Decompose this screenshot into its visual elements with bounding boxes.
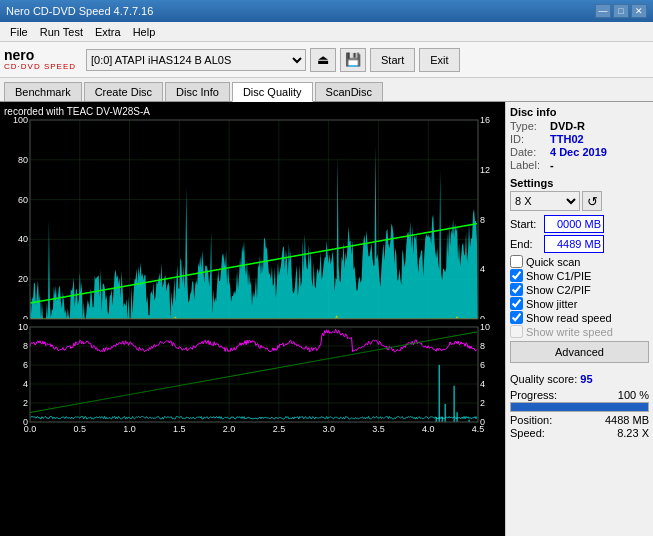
position-label: Position: — [510, 414, 552, 426]
show-read-speed-checkbox[interactable] — [510, 311, 523, 324]
speed-select[interactable]: 8 X Max 4 X — [510, 191, 580, 211]
disc-info-title: Disc info — [510, 106, 649, 118]
quality-score: 95 — [580, 373, 592, 385]
show-c1pie-checkbox[interactable] — [510, 269, 523, 282]
speed-val: 8.23 X — [617, 427, 649, 439]
eject-icon[interactable]: ⏏ — [310, 48, 336, 72]
disc-type-val: DVD-R — [550, 120, 585, 132]
progress-section: Progress: 100 % Position: 4488 MB Speed:… — [510, 389, 649, 439]
speed-label: Speed: — [510, 427, 545, 439]
show-c2pif-label: Show C2/PIF — [526, 284, 591, 296]
menu-file[interactable]: File — [4, 24, 34, 40]
show-jitter-label: Show jitter — [526, 298, 577, 310]
progress-val: 100 % — [618, 389, 649, 401]
maximize-btn[interactable]: □ — [613, 4, 629, 18]
logo-nero: nero — [4, 48, 76, 62]
logo-cdspeed: CD·DVD SPEED — [4, 62, 76, 71]
quality-label: Quality score: — [510, 373, 577, 385]
disc-id-row: ID: TTH02 — [510, 133, 649, 145]
start-mb-input[interactable] — [544, 215, 604, 233]
speed-row: 8 X Max 4 X ↺ — [510, 191, 649, 211]
settings-section: Settings 8 X Max 4 X ↺ Start: End: Quick… — [510, 177, 649, 367]
tab-scandisc[interactable]: ScanDisc — [315, 82, 383, 101]
tab-discquality[interactable]: Disc Quality — [232, 82, 313, 102]
progress-bar-inner — [511, 403, 648, 411]
progress-bar-outer — [510, 402, 649, 412]
show-jitter-row: Show jitter — [510, 297, 649, 310]
chart-area: recorded with TEAC DV-W28S-A — [0, 102, 505, 536]
show-read-speed-row: Show read speed — [510, 311, 649, 324]
show-read-speed-label: Show read speed — [526, 312, 612, 324]
show-c1pie-row: Show C1/PIE — [510, 269, 649, 282]
position-row: Position: 4488 MB — [510, 414, 649, 426]
titlebar: Nero CD-DVD Speed 4.7.7.16 — □ ✕ — [0, 0, 653, 22]
quick-scan-label: Quick scan — [526, 256, 580, 268]
save-icon[interactable]: 💾 — [340, 48, 366, 72]
exit-button[interactable]: Exit — [419, 48, 459, 72]
disc-label-key: Label: — [510, 159, 546, 171]
tab-discinfo[interactable]: Disc Info — [165, 82, 230, 101]
logo: nero CD·DVD SPEED — [4, 48, 76, 71]
quality-row: Quality score: 95 — [510, 373, 649, 385]
menu-help[interactable]: Help — [127, 24, 162, 40]
disc-info-section: Disc info Type: DVD-R ID: TTH02 Date: 4 … — [510, 106, 649, 171]
disc-date-val: 4 Dec 2019 — [550, 146, 607, 158]
show-c2pif-checkbox[interactable] — [510, 283, 523, 296]
close-btn[interactable]: ✕ — [631, 4, 647, 18]
start-mb-label: Start: — [510, 218, 542, 230]
minimize-btn[interactable]: — — [595, 4, 611, 18]
disc-type-key: Type: — [510, 120, 546, 132]
disc-date-row: Date: 4 Dec 2019 — [510, 146, 649, 158]
quick-scan-row: Quick scan — [510, 255, 649, 268]
advanced-button[interactable]: Advanced — [510, 341, 649, 363]
tabs: Benchmark Create Disc Disc Info Disc Qua… — [0, 78, 653, 102]
right-panel: Disc info Type: DVD-R ID: TTH02 Date: 4 … — [505, 102, 653, 536]
end-mb-input[interactable] — [544, 235, 604, 253]
start-button[interactable]: Start — [370, 48, 415, 72]
recorded-with-label: recorded with TEAC DV-W28S-A — [4, 106, 150, 117]
disc-label-val: - — [550, 159, 554, 171]
window-controls[interactable]: — □ ✕ — [595, 4, 647, 18]
speed-row-2: Speed: 8.23 X — [510, 427, 649, 439]
tab-benchmark[interactable]: Benchmark — [4, 82, 82, 101]
tab-createdisc[interactable]: Create Disc — [84, 82, 163, 101]
progress-row: Progress: 100 % — [510, 389, 649, 401]
disc-id-val: TTH02 — [550, 133, 584, 145]
disc-date-key: Date: — [510, 146, 546, 158]
show-write-speed-row: Show write speed — [510, 325, 649, 338]
menu-runtest[interactable]: Run Test — [34, 24, 89, 40]
show-c2pif-row: Show C2/PIF — [510, 283, 649, 296]
start-mb-row: Start: — [510, 215, 649, 233]
menubar: File Run Test Extra Help — [0, 22, 653, 42]
toolbar: nero CD·DVD SPEED [0:0] ATAPI iHAS124 B … — [0, 42, 653, 78]
progress-label: Progress: — [510, 389, 557, 401]
quick-scan-checkbox[interactable] — [510, 255, 523, 268]
disc-label-row: Label: - — [510, 159, 649, 171]
show-jitter-checkbox[interactable] — [510, 297, 523, 310]
refresh-icon[interactable]: ↺ — [582, 191, 602, 211]
drive-select[interactable]: [0:0] ATAPI iHAS124 B AL0S — [86, 49, 306, 71]
end-mb-label: End: — [510, 238, 542, 250]
disc-type-row: Type: DVD-R — [510, 120, 649, 132]
position-val: 4488 MB — [605, 414, 649, 426]
show-c1pie-label: Show C1/PIE — [526, 270, 591, 282]
menu-extra[interactable]: Extra — [89, 24, 127, 40]
show-write-speed-checkbox[interactable] — [510, 325, 523, 338]
main-content: recorded with TEAC DV-W28S-A Disc info T… — [0, 102, 653, 536]
show-write-speed-label: Show write speed — [526, 326, 613, 338]
disc-id-key: ID: — [510, 133, 546, 145]
settings-title: Settings — [510, 177, 649, 189]
app-title: Nero CD-DVD Speed 4.7.7.16 — [6, 5, 153, 17]
end-mb-row: End: — [510, 235, 649, 253]
